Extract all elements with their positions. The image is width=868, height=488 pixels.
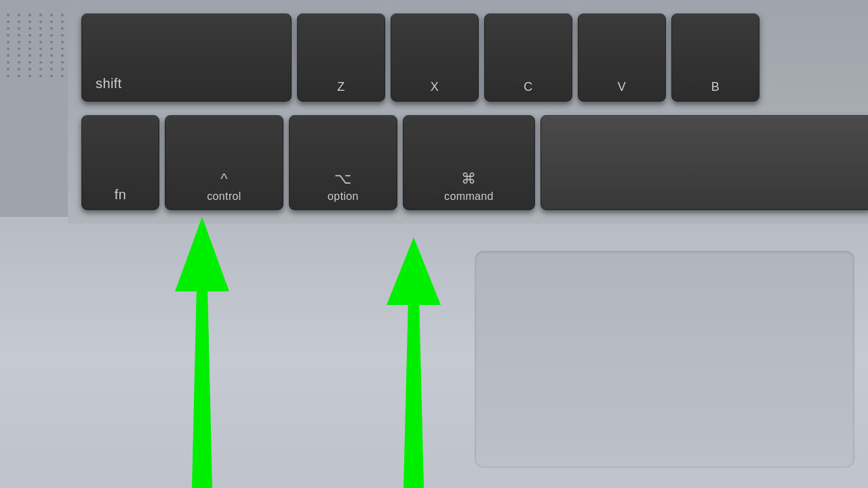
svg-marker-2	[175, 217, 229, 291]
speaker-dot	[7, 14, 9, 16]
keyboard-top-row: shift Z X C V B	[81, 14, 760, 102]
speaker-dot	[39, 41, 42, 43]
speaker-dot	[18, 75, 20, 77]
key-control[interactable]: ^ control	[165, 115, 283, 210]
speaker-dot	[50, 75, 53, 77]
speaker-dot	[7, 61, 9, 64]
key-b-label: B	[711, 80, 719, 94]
speaker-dot	[39, 27, 42, 30]
key-z[interactable]: Z	[297, 14, 385, 102]
key-option-label: option	[328, 190, 359, 203]
speaker-dot	[7, 54, 9, 57]
key-c[interactable]: C	[484, 14, 572, 102]
speaker-dot	[18, 14, 20, 16]
speaker-dot	[61, 14, 64, 16]
speaker-dot	[50, 54, 53, 57]
key-control-label: control	[207, 190, 241, 203]
speaker-dot	[28, 41, 31, 43]
speaker-dot	[18, 47, 20, 50]
speaker-dot	[50, 47, 53, 50]
speaker-dot	[61, 34, 64, 37]
speaker-dot	[61, 68, 64, 70]
speaker-dot	[7, 47, 9, 50]
key-x-label: X	[431, 80, 439, 94]
key-c-label: C	[524, 80, 532, 94]
key-fn[interactable]: fn	[81, 115, 159, 210]
speaker-dot	[7, 27, 9, 30]
option-icon: ⌥	[334, 170, 351, 188]
speaker-dot	[39, 14, 42, 16]
speaker-dot	[50, 27, 53, 30]
speaker-dot	[61, 41, 64, 43]
speaker-dot	[61, 20, 64, 23]
key-b[interactable]: B	[671, 14, 760, 102]
speaker-dot	[50, 14, 53, 16]
speaker-dot	[39, 61, 42, 64]
speaker-dot	[18, 20, 20, 23]
speaker-dot	[28, 47, 31, 50]
arrow-control	[168, 217, 236, 488]
speaker-dot	[28, 34, 31, 37]
speaker-dot	[28, 27, 31, 30]
speaker-dot	[39, 54, 42, 57]
speaker-dot	[39, 68, 42, 70]
key-x[interactable]: X	[391, 14, 479, 102]
speaker-dot	[28, 61, 31, 64]
scene: shift Z X C V B fn ^ control	[0, 0, 868, 488]
speaker-dot	[18, 68, 20, 70]
speaker-dot	[28, 54, 31, 57]
speaker-dot	[61, 75, 64, 77]
key-command[interactable]: ⌘ command	[403, 115, 535, 210]
trackpad[interactable]	[475, 251, 854, 468]
speaker-dot	[7, 68, 9, 70]
speaker-dot	[61, 27, 64, 30]
speaker-dot	[39, 75, 42, 77]
speaker-dot	[61, 54, 64, 57]
speaker-dot	[18, 41, 20, 43]
speaker-dot	[28, 68, 31, 70]
speaker-dot	[50, 61, 53, 64]
speaker-dot	[50, 68, 53, 70]
svg-marker-1	[192, 285, 212, 488]
speaker-dot	[7, 75, 9, 77]
key-v[interactable]: V	[578, 14, 666, 102]
speaker-dot	[18, 34, 20, 37]
speaker-dot	[39, 47, 42, 50]
speaker-dot	[28, 14, 31, 16]
key-space[interactable]	[540, 115, 868, 210]
speaker-dot	[7, 41, 9, 43]
command-icon: ⌘	[461, 170, 476, 188]
speaker-dot	[18, 27, 20, 30]
key-option[interactable]: ⌥ option	[289, 115, 397, 210]
key-shift[interactable]: shift	[81, 14, 292, 102]
key-shift-label: shift	[96, 76, 122, 92]
speaker-dot	[61, 61, 64, 64]
key-command-label: command	[444, 190, 494, 203]
speaker-dot	[18, 61, 20, 64]
speaker-dot	[7, 34, 9, 37]
speaker-dot	[28, 20, 31, 23]
speaker-dot	[50, 20, 53, 23]
speaker-dot	[28, 75, 31, 77]
speaker-dot	[39, 34, 42, 37]
svg-marker-5	[387, 237, 441, 305]
speaker-dot	[18, 54, 20, 57]
key-fn-label: fn	[115, 187, 126, 203]
key-z-label: Z	[337, 80, 344, 94]
keyboard-bottom-row: fn ^ control ⌥ option ⌘ command	[81, 115, 868, 210]
arrow-option	[380, 237, 448, 488]
speaker-dot	[7, 20, 9, 23]
speaker-dot	[50, 41, 53, 43]
speaker-dot	[50, 34, 53, 37]
speaker-dot	[61, 47, 64, 50]
speaker-dot	[39, 20, 42, 23]
svg-marker-4	[403, 298, 424, 488]
key-v-label: V	[618, 80, 626, 94]
control-icon: ^	[220, 170, 228, 188]
